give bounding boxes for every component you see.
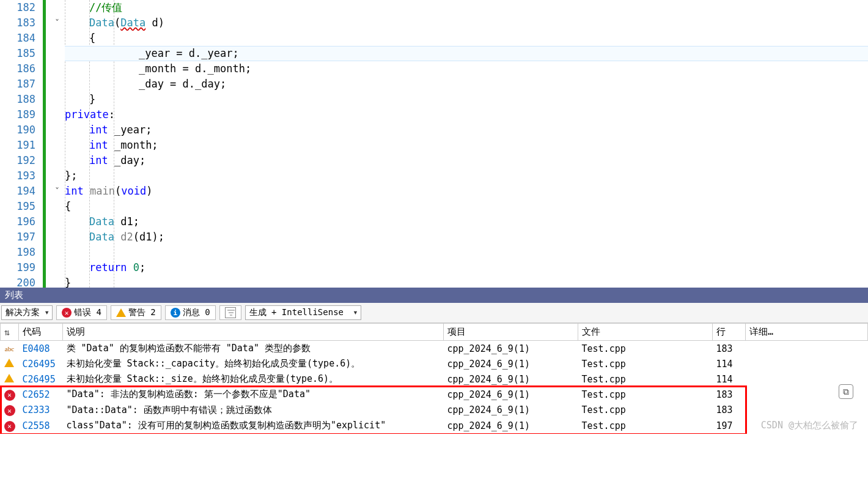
error-line: 114 xyxy=(713,356,746,371)
error-icon: ✕ xyxy=(4,405,15,416)
error-line: 197 xyxy=(713,418,746,434)
warnings-filter-button[interactable]: 警告 2 xyxy=(111,305,161,320)
error-project: cpp_2024_6_9(1) xyxy=(444,403,578,419)
line-number: 198 xyxy=(0,245,35,260)
error-icon: ✕ xyxy=(4,390,15,401)
errors-filter-button[interactable]: ✕错误 4 xyxy=(56,305,107,320)
error-project: cpp_2024_6_9(1) xyxy=(444,387,578,403)
error-file: Test.cpp xyxy=(578,403,713,419)
code-line[interactable]: { xyxy=(65,31,868,46)
intellisense-icon: abc xyxy=(4,343,15,354)
table-row[interactable]: C26495未初始化变量 Stack::_size。始终初始化成员变量(type… xyxy=(1,371,868,387)
line-number: 191 xyxy=(0,138,35,153)
code-line[interactable]: //传值 xyxy=(65,0,868,15)
code-line[interactable]: int _day; xyxy=(65,153,868,168)
code-line[interactable]: return 0; xyxy=(65,260,868,275)
col-line[interactable]: 行 xyxy=(713,324,746,341)
change-indicator-bar xyxy=(43,0,46,288)
source-dropdown[interactable]: 生成 + IntelliSense xyxy=(245,305,361,320)
code-line[interactable]: } xyxy=(65,92,868,107)
line-number: 190 xyxy=(0,122,35,138)
code-line[interactable]: }; xyxy=(65,168,868,184)
warning-icon xyxy=(4,359,14,367)
code-line[interactable]: int _month; xyxy=(65,138,868,153)
build-filter-button[interactable] xyxy=(219,305,241,320)
error-description: "Data::Data": 函数声明中有错误；跳过函数体 xyxy=(63,403,444,419)
table-row[interactable]: ✕C2652"Data": 非法的复制构造函数: 第一个参数不应是"Data"c… xyxy=(1,387,868,403)
code-line[interactable]: private: xyxy=(65,107,868,122)
error-code: C2652 xyxy=(19,387,63,403)
code-line[interactable]: } xyxy=(65,275,868,288)
line-number: 199 xyxy=(0,260,35,275)
line-number-gutter: 1821831841851861871881891901911921931941… xyxy=(0,0,43,288)
line-number: 194 xyxy=(0,184,35,199)
col-code[interactable]: 代码 xyxy=(19,324,63,341)
col-file[interactable]: 文件 xyxy=(578,324,713,341)
code-line[interactable]: Data d2(d1); xyxy=(65,229,868,245)
error-list-toolbar: 解决方案 ✕错误 4 警告 2 i消息 0 生成 + IntelliSense xyxy=(0,303,868,323)
line-number: 188 xyxy=(0,92,35,107)
table-row[interactable]: ✕C2558class"Data": 没有可用的复制构造函数或复制构造函数声明为… xyxy=(1,418,868,434)
sort-glyph-icon: ⇅ xyxy=(4,327,10,338)
watermark-text: CSDN @大柏怎么被偷了 xyxy=(761,420,858,431)
messages-count-label: 消息 0 xyxy=(183,307,210,318)
error-project: cpp_2024_6_9(1) xyxy=(444,356,578,371)
code-line[interactable]: _year = d._year; xyxy=(65,46,868,61)
error-project: cpp_2024_6_9(1) xyxy=(444,341,578,357)
line-number: 184 xyxy=(0,31,35,46)
fold-chevron-icon[interactable]: ˅ xyxy=(55,184,59,199)
error-list-grid-wrap: ⇅ 代码 说明 项目 文件 行 详细… abcE0408类 "Data" 的复制… xyxy=(0,323,868,434)
warning-icon xyxy=(116,308,126,317)
line-number: 187 xyxy=(0,76,35,92)
col-desc[interactable]: 说明 xyxy=(63,324,444,341)
error-code: E0408 xyxy=(19,341,63,357)
code-line[interactable]: int _year; xyxy=(65,122,868,138)
code-line[interactable]: _day = d._day; xyxy=(65,76,868,92)
code-line[interactable] xyxy=(65,245,868,260)
line-number: 197 xyxy=(0,229,35,245)
errors-count-label: 错误 4 xyxy=(74,307,101,318)
error-file: Test.cpp xyxy=(578,371,713,387)
code-area[interactable]: //传值Data(Data d){ _year = d._year; _mont… xyxy=(65,0,868,288)
code-line[interactable]: _month = d._month; xyxy=(65,61,868,76)
col-detail[interactable]: 详细… xyxy=(746,324,868,341)
code-line[interactable]: int main(void) xyxy=(65,184,868,199)
line-number: 196 xyxy=(0,214,35,229)
line-number: 195 xyxy=(0,199,35,214)
line-number: 192 xyxy=(0,153,35,168)
code-line[interactable]: Data d1; xyxy=(65,214,868,229)
col-project[interactable]: 项目 xyxy=(444,324,578,341)
error-file: Test.cpp xyxy=(578,356,713,371)
line-number: 185 xyxy=(0,46,35,61)
error-project: cpp_2024_6_9(1) xyxy=(444,418,578,434)
filter-icon xyxy=(225,307,236,318)
error-description: 未初始化变量 Stack::_size。始终初始化成员变量(type.6)。 xyxy=(63,371,444,387)
scope-dropdown[interactable]: 解决方案 xyxy=(1,305,53,320)
table-row[interactable]: abcE0408类 "Data" 的复制构造函数不能带有 "Data" 类型的参… xyxy=(1,341,868,357)
error-description: 未初始化变量 Stack::_capacity。始终初始化成员变量(type.6… xyxy=(63,356,444,371)
error-file: Test.cpp xyxy=(578,341,713,357)
error-list-title: 列表 xyxy=(0,288,868,303)
error-list-table[interactable]: ⇅ 代码 说明 项目 文件 行 详细… abcE0408类 "Data" 的复制… xyxy=(0,323,868,434)
line-number: 189 xyxy=(0,107,35,122)
line-number: 186 xyxy=(0,61,35,76)
error-description: class"Data": 没有可用的复制构造函数或复制构造函数声明为"expli… xyxy=(63,418,444,434)
fold-gutter[interactable]: ˅˅ xyxy=(43,0,65,288)
copy-tool-button[interactable]: ⧉ xyxy=(839,384,853,399)
error-line: 114 xyxy=(713,371,746,387)
error-code: C26495 xyxy=(19,371,63,387)
table-header-row: ⇅ 代码 说明 项目 文件 行 详细… xyxy=(1,324,868,341)
code-line[interactable]: { xyxy=(65,199,868,214)
code-editor[interactable]: 1821831841851861871881891901911921931941… xyxy=(0,0,868,288)
error-detail xyxy=(746,403,868,419)
info-icon: i xyxy=(171,308,180,318)
table-row[interactable]: ✕C2333"Data::Data": 函数声明中有错误；跳过函数体cpp_20… xyxy=(1,403,868,419)
error-icon: ✕ xyxy=(62,308,72,318)
error-description: 类 "Data" 的复制构造函数不能带有 "Data" 类型的参数 xyxy=(63,341,444,357)
messages-filter-button[interactable]: i消息 0 xyxy=(165,305,216,320)
table-row[interactable]: C26495未初始化变量 Stack::_capacity。始终初始化成员变量(… xyxy=(1,356,868,371)
fold-chevron-icon[interactable]: ˅ xyxy=(55,15,59,31)
error-detail xyxy=(746,341,868,357)
code-line[interactable]: Data(Data d) xyxy=(65,15,868,31)
warnings-count-label: 警告 2 xyxy=(128,307,156,318)
